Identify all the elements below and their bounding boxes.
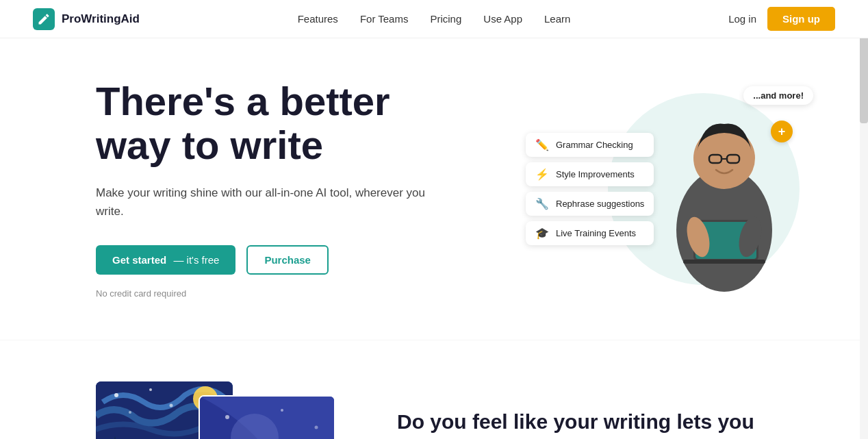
navbar: ProWritingAid Features For Teams Pricing… <box>0 0 868 38</box>
svg-point-14 <box>170 404 173 407</box>
hero-subtitle: Make your writing shine with our all-in-… <box>96 184 452 221</box>
get-started-button[interactable]: Get started — it's free <box>96 245 235 275</box>
hero-buttons: Get started — it's free Purchase <box>96 245 452 275</box>
chip-training: 🎓 Live Training Events <box>526 221 654 245</box>
svg-point-20 <box>225 415 229 419</box>
painting-front: My idea in my head <box>199 395 335 439</box>
rephrase-icon: 🔧 <box>535 197 549 210</box>
nav-learn[interactable]: Learn <box>544 13 570 25</box>
logo-link[interactable]: ProWritingAid <box>33 8 140 30</box>
hero-section: There's a better way to write Make your … <box>0 38 868 340</box>
svg-point-13 <box>149 388 152 391</box>
chip-style: ⚡ Style Improvements <box>526 162 654 186</box>
hero-illustration: ...and more! + ✏️ Grammar Checking ⚡ Sty… <box>526 79 813 299</box>
purchase-button[interactable]: Purchase <box>246 245 329 275</box>
svg-rect-7 <box>683 260 765 264</box>
login-link[interactable]: Log in <box>728 13 756 25</box>
hero-title: There's a better way to write <box>96 79 452 167</box>
hero-right: ...and more! + ✏️ Grammar Checking ⚡ Sty… <box>526 79 813 299</box>
feature-chips: ✏️ Grammar Checking ⚡ Style Improvements… <box>526 133 654 245</box>
chip-rephrase: 🔧 Rephrase suggestions <box>526 192 654 216</box>
nav-actions: Log in Sign up <box>728 7 835 31</box>
style-icon: ⚡ <box>535 168 549 181</box>
svg-point-22 <box>315 426 318 429</box>
logo-icon <box>33 8 55 30</box>
painting-stack: My idea in my head <box>96 381 329 439</box>
section-two: My idea in my head Do you feel like your… <box>0 340 868 439</box>
nav-use-app[interactable]: Use App <box>483 13 522 25</box>
hero-left: There's a better way to write Make your … <box>96 79 452 299</box>
brand-name: ProWritingAid <box>62 12 140 26</box>
svg-point-15 <box>129 411 131 414</box>
chip-grammar: ✏️ Grammar Checking <box>526 133 654 157</box>
chip-style-label: Style Improvements <box>556 169 635 179</box>
chip-rephrase-label: Rephrase suggestions <box>556 199 644 209</box>
nav-links: Features For Teams Pricing Use App Learn <box>298 13 571 25</box>
chip-grammar-label: Grammar Checking <box>556 140 633 150</box>
chip-training-label: Live Training Events <box>556 228 636 238</box>
svg-point-21 <box>281 409 283 412</box>
section-two-left: My idea in my head <box>96 381 342 439</box>
grammar-icon: ✏️ <box>535 138 549 151</box>
nav-pricing[interactable]: Pricing <box>430 13 461 25</box>
section-two-title: Do you feel like your writing lets you d… <box>397 409 813 439</box>
nav-for-teams[interactable]: For Teams <box>360 13 409 25</box>
signup-button[interactable]: Sign up <box>767 7 835 31</box>
nav-features[interactable]: Features <box>298 13 338 25</box>
training-icon: 🎓 <box>535 227 549 240</box>
hero-note: No credit card required <box>96 288 452 299</box>
svg-point-12 <box>114 393 118 397</box>
page-scrollbar[interactable] <box>860 0 868 439</box>
person-illustration <box>649 93 800 299</box>
section-two-right: Do you feel like your writing lets you d… <box>397 381 813 439</box>
